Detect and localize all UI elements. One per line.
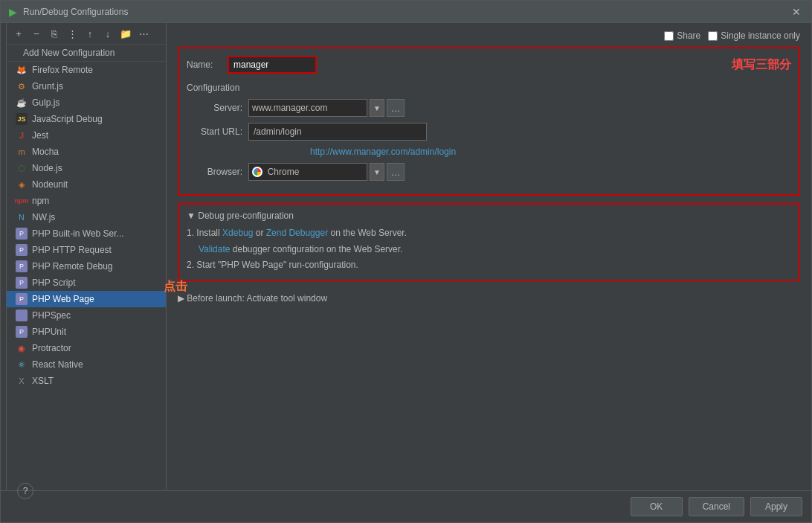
xdebug-link[interactable]: Xdebug	[222, 228, 253, 238]
nav-item-phpremote[interactable]: P PHP Remote Debug	[7, 258, 166, 275]
share-label: Share	[677, 31, 700, 41]
debug-step1: 1. Install Xdebug or Zend Debugger on th…	[187, 225, 791, 242]
single-instance-checkbox-row[interactable]: Single instance only	[708, 31, 800, 41]
browser-icon-wrap: Chrome	[252, 167, 299, 178]
nav-item-label: PHP HTTP Request	[32, 245, 112, 255]
debug-section: ▼ Debug pre-configuration 1. Install Xde…	[178, 203, 800, 281]
start-url-input[interactable]	[248, 123, 427, 141]
nav-item-jsdebug[interactable]: JS JavaScript Debug	[7, 111, 166, 127]
nav-item-label: Gulp.js	[32, 97, 59, 108]
nav-item-label: React Native	[32, 359, 83, 370]
server-dropdown-arrow[interactable]: ▼	[370, 99, 384, 117]
nav-item-label: PHPSpec	[32, 310, 71, 321]
chrome-icon	[252, 167, 262, 177]
nav-item-grunt[interactable]: ⚙ Grunt.js	[7, 78, 166, 94]
nwjs-icon: N	[16, 211, 28, 223]
step1-prefix: 1. Install	[187, 228, 222, 238]
phpscript-icon: P	[16, 277, 28, 289]
copy-button[interactable]: ⎘	[47, 26, 62, 41]
reactnative-icon: ⚛	[16, 359, 28, 370]
nav-item-nodeunit[interactable]: ◈ Nodeunit	[7, 176, 166, 193]
move-down-button[interactable]: ↓	[100, 26, 115, 41]
toolbar: + − ⎘ ⋮ ↑ ↓ 📁 ⋯	[7, 23, 166, 45]
bottom-bar: ? OK Cancel Apply	[1, 490, 811, 522]
browser-more-button[interactable]: …	[387, 163, 405, 181]
nodeunit-icon: ◈	[16, 179, 28, 190]
nav-item-protractor[interactable]: ◉ Protractor	[7, 340, 166, 356]
step1-middle: or	[253, 228, 265, 238]
nav-item-nodejs[interactable]: ⬡ Node.js	[7, 160, 166, 176]
protractor-icon: ◉	[16, 342, 28, 354]
server-value: www.manager.com	[252, 103, 327, 113]
nav-item-label: PHP Web Page	[32, 294, 94, 304]
nav-item-reactnative[interactable]: ⚛ React Native	[7, 356, 166, 373]
nav-item-mocha[interactable]: m Mocha	[7, 144, 166, 160]
spacer	[178, 304, 800, 483]
nav-item-label: Protractor	[32, 343, 71, 353]
more-button[interactable]: ⋮	[65, 26, 80, 41]
name-row: Name: 填写三部分	[187, 56, 791, 74]
nav-item-gulp[interactable]: ☕ Gulp.js	[7, 94, 166, 111]
nodejs-icon: ⬡	[16, 162, 28, 174]
close-button[interactable]: ✕	[787, 4, 805, 19]
browser-select[interactable]: Chrome	[248, 163, 367, 181]
debug-content: 1. Install Xdebug or Zend Debugger on th…	[187, 225, 791, 274]
debug-title[interactable]: ▼ Debug pre-configuration	[187, 211, 791, 221]
phpbuiltin-icon: P	[16, 228, 28, 240]
xslt-icon: X	[16, 375, 28, 387]
ok-button[interactable]: OK	[631, 497, 683, 516]
nav-item-phpscript[interactable]: P PHP Script	[7, 275, 166, 291]
remove-button[interactable]: −	[29, 26, 44, 41]
server-input-group: www.manager.com ▼ …	[248, 99, 405, 117]
server-more-button[interactable]: …	[387, 99, 405, 117]
browser-dropdown-arrow[interactable]: ▼	[370, 163, 384, 181]
nav-item-phpbuiltin[interactable]: P PHP Built-in Web Ser...	[7, 225, 166, 242]
nav-item-label: Mocha	[32, 147, 59, 157]
right-panel: Share Single instance only Name: 填写三部分 C…	[167, 23, 811, 490]
phpspec-icon: ◎	[16, 309, 28, 321]
nav-item-jest[interactable]: J Jest	[7, 127, 166, 144]
share-checkbox-row[interactable]: Share	[664, 31, 700, 41]
nav-item-label: NW.js	[32, 212, 55, 222]
nav-item-phphttp[interactable]: P PHP HTTP Request	[7, 242, 166, 258]
nav-item-phpspec[interactable]: ◎ PHPSpec	[7, 307, 166, 324]
step1-suffix: on the Web Server.	[328, 228, 407, 238]
gulp-icon: ☕	[16, 97, 28, 109]
start-url-row: Start URL:	[187, 123, 791, 141]
name-input[interactable]	[228, 56, 317, 74]
nav-item-phpweb[interactable]: P PHP Web Page	[7, 291, 166, 307]
nav-item-firefox[interactable]: 🦊 Firefox Remote	[7, 62, 166, 78]
single-instance-checkbox[interactable]	[708, 31, 718, 41]
validate-link[interactable]: Validate	[199, 244, 230, 254]
server-select[interactable]: www.manager.com	[248, 99, 367, 117]
nav-item-nwjs[interactable]: N NW.js	[7, 209, 166, 225]
nav-item-npm[interactable]: npm npm	[7, 193, 166, 209]
browser-label: Browser:	[187, 167, 242, 177]
folder-button[interactable]: 📁	[118, 26, 133, 41]
nav-item-label: Firefox Remote	[32, 65, 93, 75]
nav-item-label: XSLT	[32, 376, 54, 386]
cancel-button[interactable]: Cancel	[689, 497, 744, 516]
phpunit-icon: P	[16, 326, 28, 338]
zend-link[interactable]: Zend Debugger	[266, 228, 328, 238]
browser-input-group: Chrome ▼ …	[248, 163, 405, 181]
help-button[interactable]: ?	[17, 483, 33, 499]
share-checkbox[interactable]	[664, 31, 674, 41]
before-launch[interactable]: ▶ Before launch: Activate tool window	[178, 293, 800, 304]
add-button[interactable]: +	[11, 26, 26, 41]
jsdebug-icon: JS	[16, 113, 28, 125]
nav-item-label: Grunt.js	[32, 81, 63, 92]
phphttp-icon: P	[16, 244, 28, 256]
apply-button[interactable]: Apply	[750, 497, 802, 516]
config-section: Name: 填写三部分 Configuration Server: www.ma…	[178, 47, 800, 196]
move-up-button[interactable]: ↑	[83, 26, 97, 41]
nav-item-xslt[interactable]: X XSLT	[7, 373, 166, 389]
phpremote-icon: P	[16, 260, 28, 272]
single-instance-label: Single instance only	[721, 31, 800, 41]
add-new-config[interactable]: Add New Configuration	[7, 45, 166, 62]
sort-button[interactable]: ⋯	[136, 26, 151, 41]
resolved-url-link[interactable]: http://www.manager.com/admin/login	[310, 147, 456, 157]
nav-item-label: Node.js	[32, 163, 62, 173]
debug-step2: 2. Start "PHP Web Page" run-configuratio…	[187, 257, 791, 274]
nav-item-phpunit[interactable]: P PHPUnit	[7, 324, 166, 340]
